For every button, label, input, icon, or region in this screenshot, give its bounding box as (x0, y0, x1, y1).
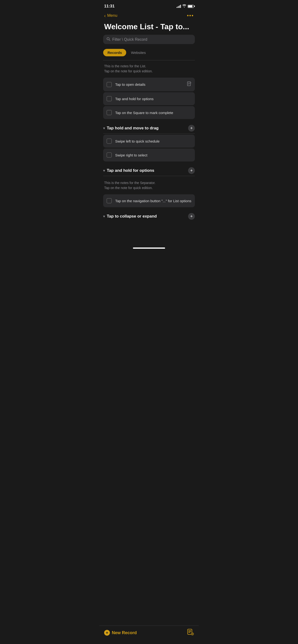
section1-label-2: Swipe right to select (115, 153, 192, 157)
section2-record-1[interactable]: Tap on the navigation button "..." for L… (103, 194, 195, 207)
record-label-1: Tap to open details (115, 82, 184, 86)
section1-checkbox-1[interactable] (106, 138, 112, 144)
section-header-2: ▾ Tap and hold for options + (99, 162, 199, 176)
section1-label-1: Swipe left to quick schedule (115, 139, 192, 143)
record-item-3[interactable]: Tap on the Square to mark complete (103, 106, 195, 119)
page-title: Welcome List - Tap to... (99, 20, 199, 35)
list-notes[interactable]: This is the notes for the List. Tap on t… (99, 60, 199, 77)
doc-icon-1 (187, 82, 192, 88)
section-divider-2 (103, 176, 195, 176)
record-checkbox-3[interactable] (106, 110, 112, 115)
battery-icon (188, 5, 194, 8)
record-label-3: Tap on the Square to mark complete (115, 111, 192, 115)
section-add-button-1[interactable]: + (188, 125, 195, 132)
section-add-button-3[interactable]: + (188, 213, 195, 220)
section1-checkbox-2[interactable] (106, 152, 112, 158)
search-bar[interactable]: Filter \ Quick Record (103, 35, 195, 44)
section-title-label-3: Tap to collapse or expand (107, 214, 157, 219)
section1-record-1[interactable]: Swipe left to quick schedule (103, 135, 195, 148)
section-title-3[interactable]: ▾ Tap to collapse or expand (103, 214, 157, 219)
section2-checkbox-1[interactable] (106, 198, 112, 204)
record-item-1[interactable]: Tap to open details (103, 78, 195, 91)
scrollable-content: This is the notes for the List. Tap on t… (99, 60, 199, 246)
section-title-2[interactable]: ▾ Tap and hold for options (103, 168, 154, 173)
back-chevron-icon: ‹ (104, 13, 106, 18)
more-options-button[interactable]: ••• (187, 12, 194, 19)
section2-label-1: Tap on the navigation button "..." for L… (115, 199, 192, 203)
tabs-row: Records Websites (99, 49, 199, 60)
section-header-3: ▾ Tap to collapse or expand + (99, 208, 199, 222)
nav-bar: ‹ Menu ••• (99, 10, 199, 20)
section-chevron-2: ▾ (103, 169, 105, 172)
status-icons (177, 4, 194, 8)
svg-line-1 (109, 40, 110, 41)
section1-record-2[interactable]: Swipe right to select (103, 148, 195, 162)
section-add-button-2[interactable]: + (188, 167, 195, 174)
section2-notes[interactable]: This is the notes for the Separator. Tap… (99, 177, 199, 193)
record-checkbox-1[interactable] (106, 82, 112, 87)
tab-records[interactable]: Records (103, 49, 126, 56)
search-icon (106, 37, 110, 42)
record-checkbox-2[interactable] (106, 96, 112, 101)
section-chevron-1: ▾ (103, 126, 105, 130)
signal-icon (177, 5, 181, 8)
section-title-1[interactable]: ▾ Tap hold and move to drag (103, 126, 159, 130)
home-indicator (133, 248, 165, 249)
list-notes-text: This is the notes for the List. Tap on t… (104, 64, 153, 73)
section-divider-1 (103, 134, 195, 134)
section-title-label-1: Tap hold and move to drag (107, 126, 159, 130)
section-title-label-2: Tap and hold for options (107, 168, 154, 173)
record-label-2: Tap and hold for options (115, 97, 192, 101)
status-time: 11:31 (104, 4, 114, 8)
section2-notes-text: This is the notes for the Separator. Tap… (104, 181, 156, 190)
wifi-icon (182, 4, 186, 8)
status-bar: 11:31 (99, 0, 199, 10)
section-chevron-3: ▾ (103, 214, 105, 218)
search-placeholder: Filter \ Quick Record (112, 38, 147, 42)
tab-websites[interactable]: Websites (128, 49, 148, 56)
back-label: Menu (107, 13, 117, 18)
back-button[interactable]: ‹ Menu (104, 13, 117, 18)
section-header-1: ▾ Tap hold and move to drag + (99, 120, 199, 134)
record-item-2[interactable]: Tap and hold for options (103, 92, 195, 105)
